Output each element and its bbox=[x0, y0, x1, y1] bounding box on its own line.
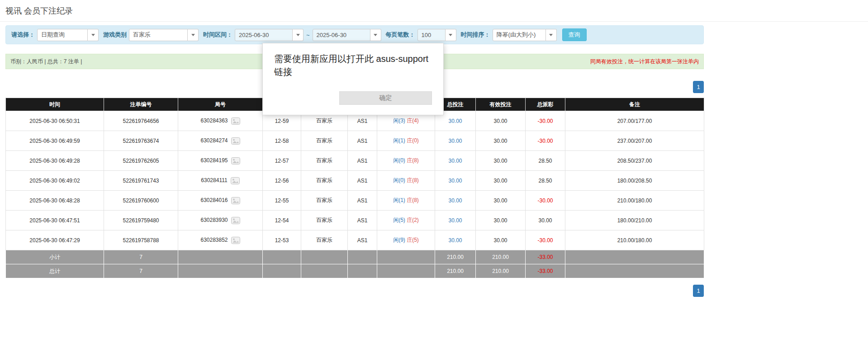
date-from-input[interactable] bbox=[235, 29, 293, 41]
cell-totals-valid-bet: 210.00 bbox=[476, 250, 526, 264]
total-bet-link[interactable]: 30.00 bbox=[448, 178, 462, 184]
cell-remark: 180.00/210.00 bbox=[565, 211, 704, 230]
date-to-dropdown[interactable] bbox=[370, 29, 381, 41]
cell-time: 2025-06-30 06:47:29 bbox=[6, 230, 104, 250]
cell-round-no: 630284016 bbox=[178, 191, 263, 211]
game-category-combo bbox=[129, 29, 199, 41]
cell-totals-total-bet: 210.00 bbox=[435, 264, 476, 278]
cell-valid-bet: 30.00 bbox=[476, 151, 526, 171]
cell-shoe-round: 12-57 bbox=[263, 151, 301, 171]
player-result: 闲(9) bbox=[393, 237, 405, 243]
search-button[interactable]: 查询 bbox=[562, 28, 587, 41]
table-row: 2025-06-30 06:49:28 522619762605 6302841… bbox=[6, 151, 704, 171]
player-result: 闲(0) bbox=[393, 177, 405, 183]
cell-remark: 210.00/180.00 bbox=[565, 230, 704, 250]
time-range-label: 时间区间： bbox=[203, 31, 232, 39]
round-detail-icon[interactable] bbox=[231, 217, 240, 224]
cell-bet-id: 522619764656 bbox=[104, 111, 178, 131]
cell-time: 2025-06-30 06:49:59 bbox=[6, 131, 104, 151]
cell-total-bet: 30.00 bbox=[435, 171, 476, 191]
filter-bar: 请选择： 游戏类别 时间区间： ~ 每页笔数： 时间排序： bbox=[5, 25, 704, 44]
cell-result: 闲(1) 庄(8) bbox=[377, 191, 435, 211]
select-type-input[interactable] bbox=[37, 29, 88, 41]
cell-result: 闲(5) 庄(2) bbox=[377, 211, 435, 230]
round-detail-icon[interactable] bbox=[231, 197, 240, 204]
total-bet-link[interactable]: 30.00 bbox=[448, 118, 462, 124]
date-to-combo bbox=[313, 29, 381, 41]
col-header-valid-bet: 有效投注 bbox=[476, 98, 526, 111]
cell-game: 百家乐 bbox=[301, 230, 348, 250]
cell-valid-bet: 30.00 bbox=[476, 191, 526, 211]
cell-table-no: AS1 bbox=[348, 211, 377, 230]
page-1-button[interactable]: 1 bbox=[693, 285, 704, 297]
table-row: 2025-06-30 06:48:28 522619760600 6302840… bbox=[6, 191, 704, 211]
summary-note: 同局有效投注，统一计算在该局第一张注单内 bbox=[590, 58, 699, 66]
cell-bet-id: 522619762605 bbox=[104, 151, 178, 171]
pagination-bottom: 1 bbox=[5, 285, 704, 297]
game-category-dropdown[interactable] bbox=[188, 29, 199, 41]
round-detail-icon[interactable] bbox=[231, 117, 240, 125]
total-bet-link[interactable]: 30.00 bbox=[448, 237, 462, 244]
banker-result: 庄(2) bbox=[407, 217, 419, 223]
cell-round-no: 630284195 bbox=[178, 151, 263, 171]
cell-total-bet: 30.00 bbox=[435, 230, 476, 250]
cell-payout: -30.00 bbox=[526, 230, 565, 250]
round-detail-icon[interactable] bbox=[231, 137, 240, 145]
page-1-button[interactable]: 1 bbox=[693, 81, 704, 93]
cell-time: 2025-06-30 06:47:51 bbox=[6, 211, 104, 230]
total-bet-link[interactable]: 30.00 bbox=[448, 197, 462, 204]
date-to-input[interactable] bbox=[313, 29, 370, 41]
cell-time: 2025-06-30 06:49:28 bbox=[6, 151, 104, 171]
caret-down-icon bbox=[91, 34, 95, 36]
cell-remark: 180.00/208.50 bbox=[565, 171, 704, 191]
total-bet-link[interactable]: 30.00 bbox=[448, 158, 462, 164]
cell-table-no: AS1 bbox=[348, 131, 377, 151]
cell-totals-payout: -33.00 bbox=[526, 264, 565, 278]
select-type-dropdown[interactable] bbox=[88, 29, 99, 41]
cell-round-no: 630283930 bbox=[178, 211, 263, 230]
round-detail-icon[interactable] bbox=[231, 177, 240, 184]
open-app-dialog: 需要使用新应用以打开此 asus-support 链接 确定 bbox=[262, 43, 444, 115]
dialog-footer: 确定 bbox=[274, 91, 432, 105]
cell-time: 2025-06-30 06:48:28 bbox=[6, 191, 104, 211]
banker-result: 庄(8) bbox=[407, 177, 419, 183]
banker-result: 庄(4) bbox=[407, 117, 419, 124]
cell-total-bet: 30.00 bbox=[435, 191, 476, 211]
table-row: 2025-06-30 06:47:29 522619758788 6302838… bbox=[6, 230, 704, 250]
date-from-dropdown[interactable] bbox=[293, 29, 304, 41]
banker-result: 庄(8) bbox=[407, 157, 419, 164]
cell-result: 闲(0) 庄(8) bbox=[377, 151, 435, 171]
cell-time: 2025-06-30 06:49:02 bbox=[6, 171, 104, 191]
cell-bet-id: 522619761743 bbox=[104, 171, 178, 191]
game-category-label: 游戏类别 bbox=[103, 31, 127, 39]
page-size-input[interactable] bbox=[417, 29, 446, 41]
banker-result: 庄(5) bbox=[407, 237, 419, 243]
cell-payout: 28.50 bbox=[526, 171, 565, 191]
banker-result: 庄(8) bbox=[407, 197, 419, 203]
game-category-input[interactable] bbox=[129, 29, 188, 41]
cell-game: 百家乐 bbox=[301, 151, 348, 171]
caret-down-icon bbox=[191, 34, 195, 36]
time-sort-input[interactable] bbox=[493, 29, 546, 41]
page-size-dropdown[interactable] bbox=[446, 29, 456, 41]
table-row: 2025-06-30 06:49:02 522619761743 6302841… bbox=[6, 171, 704, 191]
caret-down-icon bbox=[449, 34, 452, 36]
cell-table-no: AS1 bbox=[348, 151, 377, 171]
cell-remark: 237.00/207.00 bbox=[565, 131, 704, 151]
total-bet-link[interactable]: 30.00 bbox=[448, 217, 462, 224]
round-detail-icon[interactable] bbox=[231, 237, 240, 244]
cell-round-no: 630284274 bbox=[178, 131, 263, 151]
total-bet-link[interactable]: 30.00 bbox=[448, 138, 462, 144]
cell-remark: 210.00/180.00 bbox=[565, 191, 704, 211]
cell-result: 闲(0) 庄(8) bbox=[377, 171, 435, 191]
player-result: 闲(3) bbox=[393, 117, 405, 124]
cell-game: 百家乐 bbox=[301, 171, 348, 191]
select-type-label: 请选择： bbox=[11, 31, 35, 39]
round-detail-icon[interactable] bbox=[231, 157, 240, 164]
time-sort-dropdown[interactable] bbox=[546, 29, 557, 41]
cell-result: 闲(9) 庄(5) bbox=[377, 230, 435, 250]
confirm-button[interactable]: 确定 bbox=[339, 91, 432, 105]
cell-valid-bet: 30.00 bbox=[476, 111, 526, 131]
cell-bet-id: 522619759480 bbox=[104, 211, 178, 230]
time-sort-label: 时间排序： bbox=[461, 31, 490, 39]
